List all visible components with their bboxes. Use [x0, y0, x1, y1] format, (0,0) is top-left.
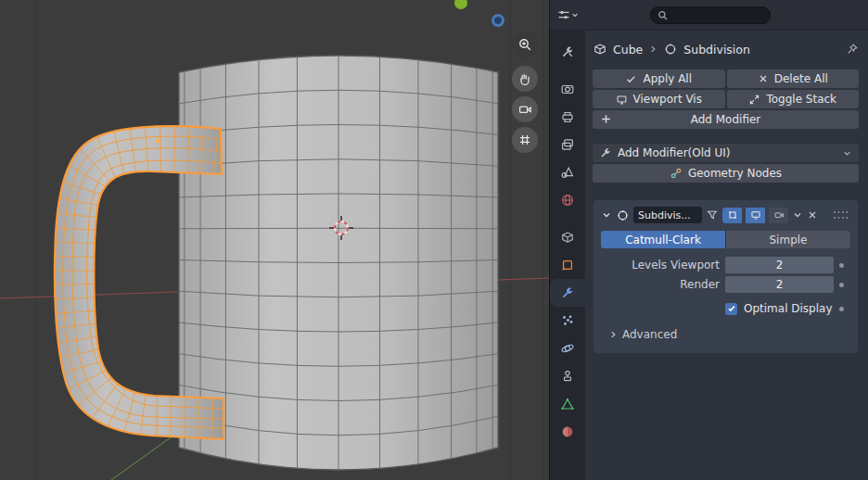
realtime-monitor-icon [750, 209, 761, 221]
object-origin-dot [155, 138, 160, 143]
tab-constraints[interactable] [550, 362, 585, 390]
advanced-label: Advanced [622, 328, 677, 341]
geometry-nodes-icon [670, 167, 683, 180]
on-cage-toggle-icon[interactable] [706, 208, 719, 221]
cube-icon [593, 42, 607, 57]
tab-simple[interactable]: Simple [726, 231, 850, 248]
tab-tool[interactable] [550, 38, 585, 66]
tab-catmull-clark[interactable]: Catmull-Clark [601, 231, 725, 248]
add-modifier-button[interactable]: Add Modifier [593, 110, 859, 129]
modifier-name-value: Subdivis... [638, 209, 691, 221]
pan-button[interactable] [512, 66, 538, 92]
physics-orbit-icon [560, 341, 575, 356]
object-properties-icon [560, 258, 575, 272]
levels-viewport-label: Levels Viewport [601, 259, 720, 272]
subdivision-modifier-icon [663, 42, 678, 57]
properties-editor-icon [556, 7, 579, 22]
render-levels-label: Render [601, 278, 720, 291]
modifier-extras-chevron-icon[interactable] [792, 209, 803, 221]
breadcrumb-modifier[interactable]: Subdivision [683, 43, 750, 57]
breadcrumb-separator-icon [648, 44, 657, 54]
animate-decorator[interactable] [839, 263, 844, 268]
apply-all-label: Apply All [643, 72, 692, 85]
apply-all-button[interactable]: Apply All [593, 69, 725, 88]
geometry-nodes-label: Geometry Nodes [688, 167, 782, 180]
checkbox-check-icon [727, 304, 736, 313]
editor-type-button[interactable] [550, 7, 585, 22]
collection-box-icon [560, 230, 575, 245]
tab-output[interactable] [550, 103, 585, 131]
tab-world[interactable] [550, 186, 585, 214]
viewport-vis-button[interactable]: Viewport Vis [593, 90, 725, 108]
tab-particles[interactable] [550, 307, 585, 335]
constraints-icon [560, 369, 575, 384]
tool-icon [560, 44, 575, 59]
view-layer-icon [560, 137, 575, 152]
tab-object[interactable] [550, 251, 585, 279]
camera-icon [517, 102, 532, 117]
chevron-right-icon [608, 330, 618, 339]
drag-handle-icon[interactable] [832, 208, 850, 221]
add-modifier-old-ui-dropdown[interactable]: Add Modifier(Old UI) [593, 144, 859, 162]
delete-all-button[interactable]: Delete All [727, 69, 860, 88]
axis-gizmo-z-dot[interactable] [491, 14, 504, 27]
grid-icon [517, 133, 532, 147]
search-box[interactable] [650, 6, 771, 24]
tab-collection[interactable] [550, 223, 585, 251]
animate-decorator[interactable] [839, 307, 844, 311]
breadcrumb: Cube Subdivision [593, 38, 859, 60]
properties-header [550, 0, 868, 31]
viewport-3d[interactable] [0, 0, 549, 480]
optimal-display-row: Optimal Display [601, 302, 850, 315]
tab-render[interactable] [550, 75, 585, 103]
geometry-nodes-button[interactable]: Geometry Nodes [593, 164, 859, 183]
check-icon [625, 73, 637, 85]
tab-view-layer[interactable] [550, 131, 585, 158]
properties-tab-strip [550, 31, 585, 480]
properties-main-region: Cube Subdivision Ap [585, 31, 868, 480]
render-camera-icon [773, 209, 785, 221]
realtime-toggle[interactable] [746, 208, 765, 223]
levels-viewport-field[interactable]: 2 [725, 257, 834, 273]
pin-icon[interactable] [846, 43, 859, 56]
mug-body-mesh[interactable] [179, 56, 498, 470]
edit-mode-icon [727, 209, 738, 221]
tab-scene[interactable] [550, 158, 585, 186]
search-input[interactable] [672, 8, 763, 21]
camera-view-button[interactable] [512, 96, 538, 122]
render-icon [560, 82, 575, 96]
tab-modifiers[interactable] [550, 279, 585, 307]
expand-icon [748, 94, 760, 106]
zoom-icon [517, 37, 532, 52]
tab-physics[interactable] [550, 335, 585, 362]
grid-ortho-button[interactable] [512, 127, 538, 153]
output-printer-icon [560, 109, 575, 124]
modifier-action-buttons: Apply All Delete All Viewport Vis [593, 69, 859, 108]
delete-modifier-x-icon[interactable] [807, 209, 818, 221]
tab-object-data[interactable] [550, 390, 585, 418]
zoom-button[interactable] [512, 32, 538, 57]
modifier-name-field[interactable]: Subdivis... [633, 207, 702, 223]
subdivision-icon [616, 208, 630, 222]
advanced-section-toggle[interactable]: Advanced [601, 328, 850, 341]
particles-icon [560, 313, 575, 328]
edit-mode-toggle[interactable] [722, 208, 742, 223]
render-levels-field[interactable]: 2 [725, 276, 834, 293]
tab-material[interactable] [550, 418, 585, 446]
modifier-panel-header: Subdivis... [601, 205, 850, 225]
plus-icon [599, 112, 613, 126]
object-data-mesh-icon [560, 397, 575, 411]
optimal-display-checkbox[interactable] [725, 303, 737, 315]
hand-icon [517, 71, 532, 86]
panel-expand-chevron-icon[interactable] [601, 209, 612, 221]
toggle-stack-button[interactable]: Toggle Stack [727, 90, 860, 108]
subdivision-modifier-panel: Subdivis... [593, 199, 859, 354]
subdivision-type-tabs: Catmull-Clark Simple [601, 231, 850, 248]
breadcrumb-object[interactable]: Cube [613, 43, 643, 57]
animate-decorator[interactable] [839, 283, 844, 287]
properties-editor: Cube Subdivision Ap [549, 0, 868, 480]
levels-viewport-row: Levels Viewport 2 [601, 257, 850, 273]
render-toggle[interactable] [769, 208, 788, 223]
optimal-display-label: Optimal Display [744, 302, 833, 315]
world-globe-icon [560, 193, 575, 208]
